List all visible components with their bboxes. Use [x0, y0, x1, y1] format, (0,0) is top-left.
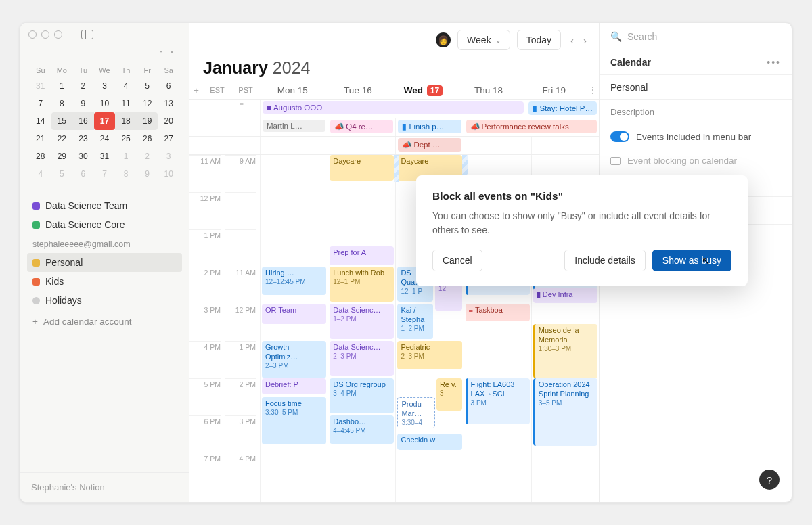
mc-day[interactable]: 3 [158, 147, 179, 165]
event-augusto-ooo[interactable]: ■Augusto OOO [263, 101, 524, 114]
sidebar-toggle-icon[interactable] [81, 30, 93, 39]
mc-day[interactable]: 31 [94, 147, 116, 165]
mc-day[interactable]: 1 [115, 147, 137, 165]
mc-day[interactable]: 15 [51, 112, 73, 130]
add-calendar-account[interactable]: + Add calendar account [27, 310, 182, 334]
mc-day[interactable]: 7 [94, 165, 116, 183]
mc-day[interactable]: 28 [30, 147, 51, 165]
mc-day[interactable]: 11 [115, 95, 137, 112]
mc-day[interactable]: 2 [137, 147, 158, 165]
mc-day[interactable]: 19 [137, 112, 158, 130]
event-perf[interactable]: 📣Performance review talks [466, 120, 597, 133]
mc-day[interactable]: 9 [72, 95, 94, 112]
event-re[interactable]: Re v.3- [436, 378, 462, 411]
mc-day[interactable]: 21 [30, 130, 51, 147]
mc-day[interactable]: 18 [115, 112, 137, 130]
add-day-icon[interactable]: + [189, 85, 203, 95]
event-growth[interactable]: Growth Optimiz…2–3 PM [262, 341, 326, 378]
mc-day[interactable]: 3 [94, 77, 116, 95]
calendar-kids[interactable]: Kids [27, 272, 182, 291]
event-ds2[interactable]: Data Scienc…2–3 PM [330, 341, 394, 376]
mc-day[interactable]: 13 [158, 95, 179, 112]
view-select[interactable]: Week ⌄ [457, 30, 510, 50]
event-checkin[interactable]: Checkin w [397, 434, 461, 450]
menubar-toggle-row[interactable]: Events included in menu bar [600, 124, 792, 149]
prev-week-icon[interactable]: ‹ [570, 35, 574, 46]
event-finish[interactable]: ▮Finish p… [398, 120, 461, 133]
mc-day[interactable]: 8 [51, 95, 73, 112]
mc-day[interactable]: 27 [158, 130, 179, 147]
event-debrief[interactable]: Debrief: P [262, 378, 326, 394]
event-ds1[interactable]: Data Scienc…1–2 PM [330, 304, 394, 339]
mc-day[interactable]: 17 [94, 112, 116, 130]
event-q4[interactable]: 📣Q4 re… [330, 120, 393, 133]
day-mon[interactable]: Mon 15 [260, 85, 325, 95]
mc-day[interactable]: 5 [137, 77, 158, 95]
event-kai[interactable]: Kai / Stepha1–2 PM [397, 304, 433, 339]
mc-day[interactable]: 26 [137, 130, 158, 147]
event-prep[interactable]: Prep for A [330, 246, 394, 265]
event-taskboard[interactable]: ≡ Taskboa [466, 304, 530, 321]
event-museo[interactable]: Museo de la Memoria1:30–3 PM [533, 324, 597, 378]
mc-day[interactable]: 8 [115, 165, 137, 183]
mc-day[interactable]: 6 [158, 77, 179, 95]
cancel-button[interactable]: Cancel [432, 250, 482, 271]
mc-day[interactable]: 2 [72, 77, 94, 95]
mc-day[interactable]: 25 [115, 130, 137, 147]
show-as-busy-button[interactable]: Show as busy ↖ [652, 250, 731, 271]
mc-day[interactable]: 9 [137, 165, 158, 183]
next-week-icon[interactable]: › [583, 35, 587, 46]
help-button[interactable]: ? [759, 470, 780, 490]
mc-next-icon[interactable]: ˅ [170, 50, 174, 60]
mc-day[interactable]: 5 [51, 165, 73, 183]
event-martin[interactable]: Martin L… [263, 120, 325, 132]
mc-day[interactable]: 31 [30, 77, 51, 95]
calendar-personal[interactable]: Personal [27, 253, 182, 272]
mc-day[interactable]: 24 [94, 130, 116, 147]
calendar-core[interactable]: Data Science Core [27, 215, 182, 234]
mc-day[interactable]: 10 [158, 165, 179, 183]
more-icon[interactable]: ••• [767, 57, 781, 68]
event-stay[interactable]: ▮Stay: Hotel P… [528, 101, 597, 115]
more-days-icon[interactable]: ⋮ [587, 85, 599, 95]
event-op2024[interactable]: Operation 2024 Sprint Planning3–5 PM [533, 378, 597, 446]
mc-day[interactable]: 1 [51, 77, 73, 95]
day-fri[interactable]: Fri 19 [521, 85, 587, 95]
traffic-min-icon[interactable] [41, 30, 49, 39]
mc-day[interactable]: 30 [72, 147, 94, 165]
mc-day[interactable]: 16 [72, 112, 94, 130]
day-thu[interactable]: Thu 18 [456, 85, 522, 95]
mc-day[interactable]: 4 [30, 165, 51, 183]
today-button[interactable]: Today [517, 30, 561, 50]
mc-day[interactable]: 6 [72, 165, 94, 183]
calendar-holidays[interactable]: Holidays [27, 291, 182, 310]
workspace-footer[interactable]: Stephanie's Notion [20, 472, 189, 502]
mc-day[interactable]: 20 [158, 112, 179, 130]
event-orteam[interactable]: OR Team [262, 304, 326, 324]
day-tue[interactable]: Tue 16 [325, 85, 391, 95]
include-details-button[interactable]: Include details [564, 250, 646, 271]
search-input[interactable]: 🔍 Search [600, 23, 792, 50]
mc-day[interactable]: 23 [72, 130, 94, 147]
event-flight[interactable]: Flight: LA603 LAX→SCL3 PM [466, 378, 530, 424]
event-blocking-row[interactable]: Event blocking on calendar [600, 149, 792, 173]
day-wed[interactable]: Wed 17 [390, 85, 456, 95]
event-prod[interactable]: Produ Mar…3:30–4 [397, 397, 435, 428]
traffic-close-icon[interactable] [28, 30, 37, 39]
event-lunch[interactable]: Lunch with Rob12–1 PM [330, 267, 394, 302]
toggle-on-icon[interactable] [610, 131, 629, 142]
event-dsorg[interactable]: DS Org regroup3–4 PM [330, 378, 394, 413]
event-hiring[interactable]: Hiring …12–12:45 PM [262, 267, 326, 295]
avatar[interactable] [436, 32, 451, 47]
event-dept[interactable]: 📣Dept … [398, 138, 461, 152]
calendar-team[interactable]: Data Science Team [27, 196, 182, 215]
mc-day[interactable]: 10 [94, 95, 116, 112]
mc-prev-icon[interactable]: ˄ [159, 50, 163, 60]
event-daycare[interactable]: Daycare [330, 155, 394, 181]
event-dashboard[interactable]: Dashbo…4–4:45 PM [330, 415, 394, 444]
event-focus[interactable]: Focus time3:30–5 PM [262, 397, 326, 444]
mc-day[interactable]: 14 [30, 112, 51, 130]
event-devinfra[interactable]: ▮ Dev Infra [533, 288, 597, 303]
mc-day[interactable]: 29 [51, 147, 73, 165]
mc-day[interactable]: 7 [30, 95, 51, 112]
